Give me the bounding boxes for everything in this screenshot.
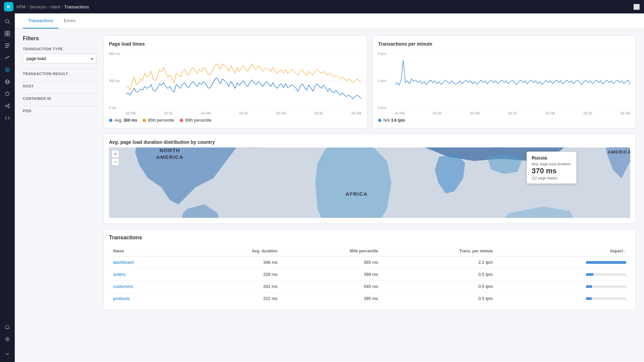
sidebar-item-shield[interactable] — [2, 88, 13, 99]
cell-p95: 395 ms — [281, 293, 382, 305]
divider-4 — [23, 106, 97, 106]
transaction-type-select[interactable]: page-load request custom — [23, 54, 97, 63]
tpm-legend-dot — [378, 119, 381, 122]
sidebar-item-dev[interactable] — [2, 113, 13, 123]
filter-type-label: TRANSACTION TYPE — [23, 47, 97, 51]
transactions-table-title: Transactions — [109, 235, 630, 241]
page-load-y-labels: 800 ms 400 ms 0 ms — [109, 51, 126, 111]
cell-impact — [497, 293, 630, 305]
divider-3 — [23, 94, 97, 94]
svg-rect-4 — [5, 34, 7, 36]
p99-legend-dot — [180, 119, 183, 122]
sidebar-item-ml[interactable] — [2, 101, 13, 111]
nav-right: ⬜ — [633, 4, 640, 10]
logo[interactable]: K — [4, 2, 13, 11]
breadcrumb-client[interactable]: client — [50, 4, 60, 9]
tpm-chart-card: Transactions per minute 8 tpm 4 tpm 0 tp… — [372, 36, 636, 128]
cell-name[interactable]: dashboard — [109, 256, 188, 268]
svg-text:AMERICA: AMERICA — [156, 154, 183, 160]
p95-legend-label: 95th percentile — [148, 118, 174, 123]
sidebar-item-globe[interactable] — [2, 76, 13, 87]
filter-host-label: HOST — [23, 84, 97, 88]
sidebar — [0, 13, 15, 362]
breadcrumb-transactions: Transactions — [64, 4, 89, 9]
page-load-legend: Avg. 300 ms 95th percentile 99th percent… — [109, 118, 361, 123]
cell-avg: 241 ms — [188, 281, 281, 293]
cell-name[interactable]: orders — [109, 268, 188, 281]
cell-tpm: 0.5 tpm — [382, 293, 497, 305]
sidebar-item-search[interactable] — [2, 16, 13, 27]
table-row: products 222 ms 395 ms 0.5 tpm — [109, 293, 630, 305]
breadcrumb: APM / Services / client / Transactions — [16, 4, 89, 9]
col-p95[interactable]: 95th percentile — [281, 246, 382, 256]
charts-row-top: Page load times 800 ms 400 ms 0 ms — [103, 36, 636, 128]
tab-errors[interactable]: Errors — [58, 13, 81, 28]
window-icon[interactable]: ⬜ — [633, 4, 640, 10]
cell-impact — [497, 256, 630, 268]
cell-p95: 399 ms — [281, 268, 382, 281]
col-impact[interactable]: Impact ↓ — [497, 246, 630, 256]
svg-text:AMERICA: AMERICA — [608, 149, 630, 155]
tab-transactions[interactable]: Transactions — [23, 13, 58, 28]
sidebar-item-metrics[interactable] — [2, 52, 13, 63]
divider-2 — [23, 81, 97, 81]
cell-name[interactable]: customers — [109, 281, 188, 293]
breadcrumb-apm[interactable]: APM — [16, 4, 25, 9]
sidebar-item-settings[interactable] — [2, 334, 13, 345]
sidebar-item-alerts[interactable] — [2, 322, 13, 333]
col-name[interactable]: Name — [109, 246, 188, 256]
tooltip-label: Avg. page load duration: — [532, 162, 572, 166]
top-navigation: K APM / Services / client / Transactions… — [0, 0, 644, 13]
page-load-chart-area: 800 ms 400 ms 0 ms — [109, 51, 361, 111]
sidebar-item-collapse[interactable] — [2, 349, 13, 359]
map-zoom-in[interactable]: + — [112, 150, 119, 158]
page-load-chart-card: Page load times 800 ms 400 ms 0 ms — [103, 36, 367, 128]
sidebar-item-apm[interactable] — [2, 64, 13, 75]
tpm-chart-inner — [395, 51, 630, 111]
map-area[interactable]: NORTH AMERICA SOUTH EUROPE AFRICA ASIA A… — [109, 147, 630, 218]
svg-rect-6 — [5, 44, 10, 44]
page-load-chart-title: Page load times — [109, 41, 361, 47]
tpm-y-labels: 8 tpm 4 tpm 0 tpm — [378, 51, 395, 111]
p95-legend-dot — [143, 119, 146, 122]
tabs-bar: Transactions Errors — [15, 13, 644, 29]
table-row: dashboard 348 ms 565 ms 2.1 tpm — [109, 256, 630, 268]
svg-line-18 — [7, 106, 8, 107]
filter-pod-label: POD — [23, 109, 97, 113]
table-row: customers 241 ms 540 ms 0.5 tpm — [109, 281, 630, 293]
cell-tpm: 2.1 tpm — [382, 256, 497, 268]
map-card: Avg. page load duration distribution by … — [103, 134, 636, 224]
tpm-x-labels: 03 PM 03:30 04 PM 04:30 05 PM 05:30 06 P… — [378, 112, 630, 115]
main-content: Transactions Errors Filters TRANSACTION … — [15, 13, 644, 362]
filter-result-label: TRANSACTION RESULT — [23, 72, 97, 76]
cell-avg: 222 ms — [188, 293, 281, 305]
col-avg-duration[interactable]: Avg. duration — [188, 246, 281, 256]
cell-name[interactable]: products — [109, 293, 188, 305]
cell-impact — [497, 281, 630, 293]
tpm-legend-label: N/A 3.6 tpm — [383, 118, 405, 123]
cell-p95: 565 ms — [281, 256, 382, 268]
transactions-table-card: Transactions Name Avg. duration 95th per… — [103, 229, 636, 310]
breadcrumb-services[interactable]: Services — [30, 4, 46, 9]
p99-legend-label: 99th percentile — [185, 118, 212, 123]
filter-transaction-type: TRANSACTION TYPE page-load request custo… — [23, 47, 97, 63]
table-row: orders 228 ms 399 ms 0.5 tpm — [109, 268, 630, 281]
filters-title: Filters — [23, 36, 97, 42]
svg-rect-8 — [5, 47, 8, 48]
svg-line-17 — [7, 105, 8, 106]
svg-text:NORTH: NORTH — [610, 147, 628, 149]
cell-tpm: 0.5 tpm — [382, 268, 497, 281]
filter-host: HOST — [23, 84, 97, 88]
filter-container-id: CONTAINER ID — [23, 97, 97, 101]
map-title: Avg. page load duration distribution by … — [109, 139, 630, 145]
col-tpm[interactable]: Trans. per minute — [382, 246, 497, 256]
cell-tpm: 0.5 tpm — [382, 281, 497, 293]
tpm-legend: N/A 3.6 tpm — [378, 118, 630, 123]
table-header-row: Name Avg. duration 95th percentile Trans… — [109, 246, 630, 256]
filter-transaction-result: TRANSACTION RESULT — [23, 72, 97, 76]
page-load-chart-inner — [126, 51, 361, 111]
sidebar-item-dashboard[interactable] — [2, 28, 13, 39]
sidebar-item-logs[interactable] — [2, 40, 13, 51]
divider-1 — [23, 69, 97, 69]
map-zoom-out[interactable]: − — [112, 158, 119, 166]
